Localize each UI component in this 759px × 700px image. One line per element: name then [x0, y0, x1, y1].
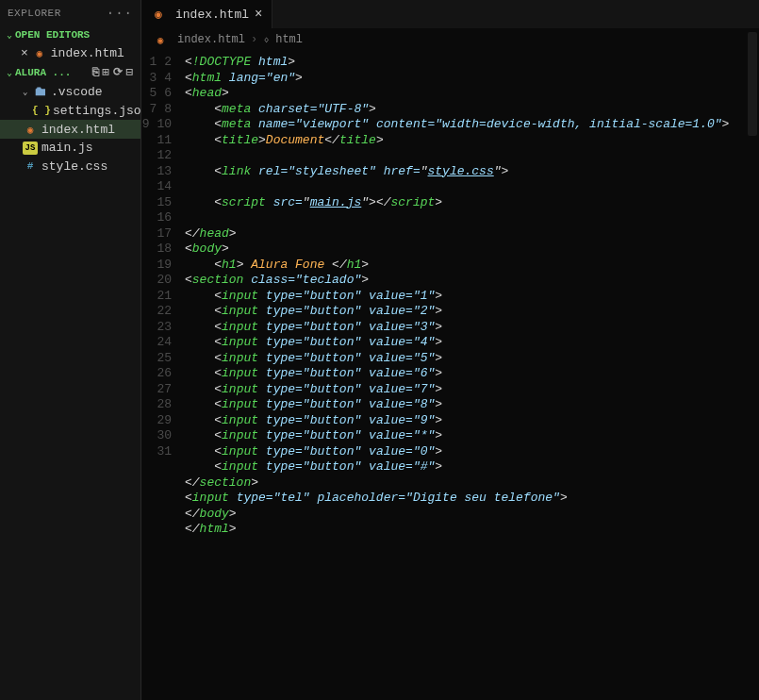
- tree-item-label: .vscode: [51, 85, 103, 99]
- html-tag-icon: ⬨: [263, 33, 270, 46]
- editor-pane: ◉ index.html × ◉ index.html › ⬨ html 1 2…: [141, 0, 759, 700]
- editor-tabs: ◉ index.html ×: [141, 0, 759, 28]
- html-file-icon: ◉: [151, 7, 166, 22]
- json-file-icon: { }: [34, 103, 49, 118]
- chevron-right-icon: ›: [251, 33, 257, 46]
- breadcrumb-symbol: html: [275, 33, 303, 46]
- line-numbers: 1 2 3 4 5 6 7 8 9 10 11 12 13 14 15 16 1…: [141, 51, 185, 700]
- chevron-down-icon: ⌄: [4, 67, 15, 78]
- chevron-down-icon: ⌄: [4, 29, 15, 41]
- html-file-icon: ◉: [32, 45, 47, 60]
- tab-label: index.html: [175, 8, 249, 22]
- new-folder-icon[interactable]: ⊞: [103, 65, 109, 79]
- tab-index-html[interactable]: ◉ index.html ×: [141, 0, 272, 28]
- tree-item-label: style.css: [41, 159, 107, 174]
- refresh-icon[interactable]: ⟳: [113, 65, 123, 79]
- tree-folder-vscode[interactable]: ⌄ 🖿 .vscode: [0, 82, 140, 101]
- folder-section[interactable]: ⌄ ALURA ... ⎘ ⊞ ⟳ ⊟: [0, 62, 140, 82]
- code-content[interactable]: <!DOCTYPE html> <html lang="en"> <head> …: [185, 51, 759, 700]
- html-file-icon: ◉: [153, 32, 168, 47]
- breadcrumb[interactable]: ◉ index.html › ⬨ html: [141, 28, 759, 51]
- folder-icon: 🖿: [32, 84, 47, 99]
- open-editor-item[interactable]: × ◉ index.html: [0, 43, 140, 62]
- explorer-sidebar: EXPLORER ··· ⌄ OPEN EDITORS × ◉ index.ht…: [0, 0, 141, 700]
- collapse-icon[interactable]: ⊟: [126, 65, 133, 79]
- code-editor[interactable]: 1 2 3 4 5 6 7 8 9 10 11 12 13 14 15 16 1…: [141, 51, 759, 700]
- close-icon[interactable]: ×: [255, 7, 262, 22]
- minimap[interactable]: [748, 32, 757, 136]
- tree-item-stylecss[interactable]: # style.css: [0, 157, 140, 175]
- folder-toolbar: ⎘ ⊞ ⟳ ⊟: [92, 65, 137, 79]
- open-editors-label: OPEN EDITORS: [15, 29, 90, 41]
- tree-item-settings[interactable]: { } settings.json: [0, 101, 140, 120]
- explorer-title: EXPLORER: [8, 8, 61, 19]
- tree-item-label: main.js: [41, 141, 93, 155]
- tree-item-index[interactable]: ◉ index.html: [0, 120, 140, 139]
- new-file-icon[interactable]: ⎘: [92, 66, 99, 79]
- css-file-icon: #: [23, 158, 38, 174]
- chevron-down-icon: ⌄: [23, 87, 32, 97]
- tree-item-label: index.html: [41, 123, 115, 137]
- tree-item-mainjs[interactable]: JS main.js: [0, 139, 140, 157]
- explorer-header: EXPLORER ···: [0, 0, 140, 26]
- breadcrumb-file: index.html: [177, 33, 245, 46]
- js-file-icon: JS: [23, 142, 38, 155]
- tree-item-label: settings.json: [53, 104, 140, 118]
- open-editor-label: index.html: [51, 46, 124, 60]
- close-icon[interactable]: ×: [21, 46, 28, 60]
- open-editors-section[interactable]: ⌄ OPEN EDITORS: [0, 26, 140, 43]
- html-file-icon: ◉: [23, 122, 38, 137]
- more-icon[interactable]: ···: [107, 6, 133, 21]
- folder-label: ALURA ...: [15, 67, 71, 78]
